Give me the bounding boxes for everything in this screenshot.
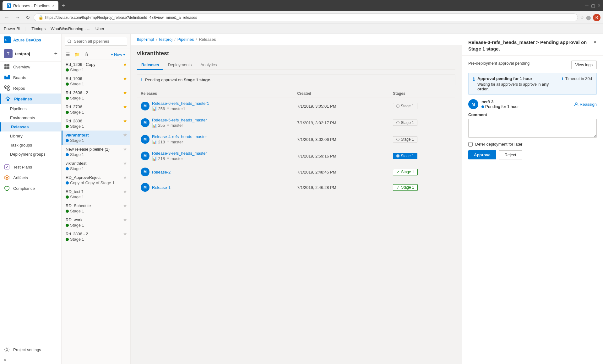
release-name-cell: M Release-4-refs_heads_master 📊 218 ⑂ ma…: [137, 131, 293, 148]
pipeline-entry[interactable]: RD_ApproveReject ★ Copy of Copy of Stage…: [62, 173, 130, 187]
release-link[interactable]: Release-4-refs_heads_master: [152, 134, 207, 139]
approve-button[interactable]: Approve: [468, 150, 496, 159]
bookmark-timings[interactable]: Timings: [31, 26, 46, 31]
new-label: New: [114, 52, 122, 57]
back-button[interactable]: ←: [3, 13, 11, 22]
tab-analytics[interactable]: Analytics: [196, 61, 221, 70]
bookmark-button[interactable]: ☆: [580, 14, 584, 20]
new-pipeline-button[interactable]: + New ▾: [109, 51, 127, 58]
browser-tab[interactable]: R Releases - Pipelines ×: [3, 1, 58, 10]
sidebar-item-compliance[interactable]: Compliance: [0, 183, 61, 194]
star-icon[interactable]: ★: [123, 132, 127, 137]
star-icon[interactable]: ★: [123, 175, 127, 180]
release-link[interactable]: Release-3-refs_heads_master: [152, 151, 207, 156]
comment-textarea[interactable]: [468, 119, 597, 138]
release-stage-cell[interactable]: Stage 1: [389, 131, 455, 148]
sidebar-item-pipelines[interactable]: Pipelines: [0, 94, 61, 104]
tab-releases[interactable]: Releases: [137, 61, 163, 70]
star-icon[interactable]: ★: [123, 62, 127, 67]
star-icon[interactable]: ★: [123, 76, 127, 81]
pipeline-entry[interactable]: RD_testf1 ★ Stage 1: [62, 187, 130, 201]
delete-button[interactable]: 🗑: [83, 51, 90, 58]
pipeline-entry[interactable]: New release pipeline (2) ★ Stage 1: [62, 145, 130, 159]
pipeline-entry[interactable]: Rd_1206 - Copy ★ Stage 1: [62, 60, 130, 74]
svg-text:R: R: [8, 4, 10, 8]
stage-badge[interactable]: Stage 1: [393, 103, 417, 109]
reject-button[interactable]: Reject: [499, 150, 522, 159]
pipeline-entry[interactable]: RD_work ★ Stage 1: [62, 215, 130, 229]
breadcrumb-org[interactable]: tfspf-rmpf: [137, 37, 154, 42]
pipeline-entry[interactable]: Rd_2806 ★ Stage 1: [62, 116, 130, 131]
star-icon[interactable]: ★: [123, 203, 127, 208]
bookmark-powerbi[interactable]: Power BI: [4, 26, 20, 31]
sidebar-item-environments[interactable]: Environments: [0, 113, 61, 122]
breadcrumb-project[interactable]: testproj: [159, 37, 173, 42]
add-org-button[interactable]: +: [54, 51, 57, 57]
sidebar-item-deployment-groups[interactable]: Deployment groups: [0, 150, 61, 159]
view-logs-button[interactable]: View logs: [571, 61, 597, 69]
stage-badge[interactable]: Stage 1: [393, 153, 417, 159]
sidebar-item-artifacts[interactable]: Artifacts: [0, 172, 61, 183]
pipeline-entry-stage: Stage 1: [66, 110, 127, 115]
tab-deployments[interactable]: Deployments: [163, 61, 196, 70]
stage-badge[interactable]: Stage 1: [393, 120, 417, 126]
pipelines-icon: [5, 96, 11, 102]
sidebar-devops-header[interactable]: A Azure DevOps: [0, 34, 61, 46]
release-stage-cell[interactable]: Stage 1: [389, 115, 455, 131]
star-icon[interactable]: ★: [123, 147, 127, 152]
pipeline-entry[interactable]: Rd_2606 - 2 ★ Stage 1: [62, 88, 130, 102]
sidebar-item-releases[interactable]: Releases: [0, 122, 61, 131]
sidebar-item-library[interactable]: Library: [0, 131, 61, 141]
star-icon[interactable]: ★: [123, 231, 127, 236]
star-icon[interactable]: ★: [123, 161, 127, 166]
star-icon[interactable]: ★: [123, 104, 127, 109]
breadcrumb-pipelines[interactable]: Pipelines: [177, 37, 194, 42]
pipeline-entry[interactable]: Rd_1906 ★ Stage 1: [62, 74, 130, 88]
sidebar-collapse-button[interactable]: «: [0, 355, 61, 364]
star-icon[interactable]: ★: [123, 118, 127, 123]
table-row: M Release-1 7/1/2019, 2:46:28 PM ✓ Stage…: [137, 180, 455, 195]
reload-button[interactable]: ↻: [24, 13, 32, 22]
pipeline-entry[interactable]: vikranthtest ★ Stage 1: [62, 131, 130, 145]
release-stage-cell[interactable]: Stage 1: [389, 98, 455, 115]
close-panel-button[interactable]: ×: [593, 39, 597, 46]
pipeline-entry[interactable]: Rd_2806 - 2 ★ Stage 1: [62, 229, 130, 244]
bookmark-uber[interactable]: Uber: [95, 26, 104, 31]
sidebar-item-test-plans[interactable]: Test Plans: [0, 162, 61, 172]
release-stage-cell[interactable]: ✓ Stage 1: [389, 164, 455, 180]
release-stage-cell[interactable]: Stage 1: [389, 148, 455, 164]
folder-view-button[interactable]: 📁: [73, 51, 81, 58]
pipeline-entry[interactable]: Rd_2706 ★ Stage 1: [62, 102, 130, 116]
new-tab-button[interactable]: +: [62, 3, 65, 9]
release-stage-cell[interactable]: ✓ Stage 1: [389, 180, 455, 195]
list-view-button[interactable]: ☰: [65, 51, 71, 58]
stage-badge[interactable]: ✓ Stage 1: [393, 169, 417, 175]
sidebar-item-overview[interactable]: Overview: [0, 62, 61, 72]
release-link[interactable]: Release-1: [152, 185, 171, 190]
sidebar-item-task-groups[interactable]: Task groups: [0, 141, 61, 150]
address-bar[interactable]: 🔒 https://dev.azure.com/tfspf-rmpf/testp…: [34, 13, 578, 21]
forward-button[interactable]: →: [13, 13, 22, 22]
release-link[interactable]: Release-5-refs_heads_master: [152, 118, 207, 122]
pipeline-entry[interactable]: RD_Schedule ★ Stage 1: [62, 201, 130, 215]
star-icon[interactable]: ★: [123, 90, 127, 95]
approver-status: Pending for 1 hour: [481, 104, 571, 109]
pipeline-entry[interactable]: vikranthtest ★ Stage 1: [62, 159, 130, 173]
star-icon[interactable]: ★: [123, 217, 127, 222]
release-link[interactable]: Release-6-refs_heads_master1: [152, 101, 209, 106]
search-input[interactable]: [65, 37, 127, 46]
defer-checkbox[interactable]: [468, 142, 473, 147]
release-link[interactable]: Release-2: [152, 170, 171, 174]
sidebar-item-pipelines-sub[interactable]: Pipelines: [0, 104, 61, 113]
profile-avatar[interactable]: R: [593, 14, 600, 21]
tab-close-button[interactable]: ×: [52, 4, 54, 8]
sidebar-item-project-settings[interactable]: Project settings: [0, 344, 61, 355]
bookmark-whatwas[interactable]: WhatWasRunning - ...: [51, 26, 90, 31]
sidebar-item-boards[interactable]: Boards: [0, 72, 61, 83]
stage-badge[interactable]: ✓ Stage 1: [393, 184, 417, 191]
star-icon[interactable]: ★: [123, 189, 127, 194]
sidebar-item-repos[interactable]: Repos: [0, 83, 61, 94]
stage-status-dot: [66, 97, 69, 100]
reassign-button[interactable]: Reassign: [574, 102, 597, 107]
stage-badge[interactable]: Stage 1: [393, 136, 417, 142]
